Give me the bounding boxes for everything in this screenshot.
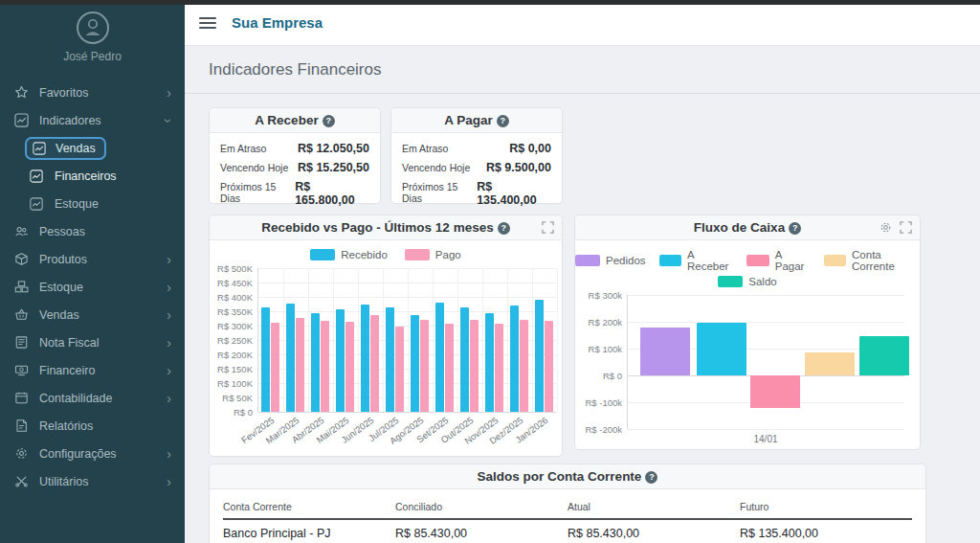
gridline — [433, 268, 434, 412]
sidebar-subitem-vendas[interactable]: Vendas — [0, 134, 185, 162]
legend-swatch — [310, 249, 335, 260]
gridline — [358, 268, 359, 412]
sidebar-item-contabilidade[interactable]: Contabilidade › — [0, 384, 185, 412]
money-icon — [13, 363, 29, 378]
gridline — [333, 268, 334, 412]
kv-value: R$ 15.250,50 — [298, 161, 369, 174]
bar-a-receber — [697, 323, 746, 375]
table-wrapper: Conta CorrenteConciliadoAtualFuturo Banc… — [210, 493, 925, 543]
sidebar-item-financeiro[interactable]: Financeiro › — [0, 356, 185, 384]
saldos-table: Conta CorrenteConciliadoAtualFuturo Banc… — [223, 493, 912, 543]
sidebar-item-pessoas[interactable]: Pessoas — [0, 217, 185, 245]
y-tick-label: R$ 350K — [217, 306, 253, 317]
sidebar-item-configuracoes[interactable]: Configurações › — [0, 440, 185, 467]
gridline — [507, 268, 508, 412]
bar-pago — [420, 320, 429, 412]
legend-label: Pedidos — [606, 255, 646, 266]
y-tick-label: R$ 100K — [217, 378, 253, 389]
sidebar-item-label: Pessoas — [39, 225, 85, 238]
kv-label: Em Atraso — [402, 143, 448, 154]
bar-pago — [470, 320, 479, 412]
y-tick-label: R$ 400K — [217, 292, 253, 303]
sidebar-item-label: Nota Fiscal — [39, 336, 100, 350]
y-tick-label: R$ 50K — [222, 393, 253, 403]
avatar[interactable] — [77, 11, 109, 44]
legend-label: A Pagar — [775, 249, 811, 272]
expand-icon[interactable] — [542, 221, 554, 234]
bar-pago — [345, 322, 354, 412]
card-header: Fluxo de Caixa? — [575, 215, 920, 240]
bar-recebido — [361, 305, 369, 412]
bar-recebido — [485, 313, 494, 412]
sidebar-item-vendas[interactable]: Vendas › — [0, 301, 185, 328]
gear-icon — [13, 446, 29, 462]
sidebar-item-label: Relatórios — [39, 419, 93, 433]
chevron-right-icon: › — [167, 253, 171, 266]
gridline — [482, 268, 483, 412]
sidebar-item-favoritos[interactable]: Favoritos › — [0, 79, 185, 106]
boxes-icon — [13, 280, 29, 295]
card-header: A Receber? — [210, 108, 380, 133]
card-recebido-vs-pago: Recebido vs Pago - Últimos 12 meses? Rec… — [209, 215, 563, 457]
sidebar-item-utilitarios[interactable]: Utilitários › — [0, 467, 185, 495]
sidebar-item-relatorios[interactable]: Relatórios — [0, 412, 185, 440]
help-icon[interactable]: ? — [789, 222, 801, 235]
kv-row: Vencendo HojeR$ 9.500,00 — [402, 161, 551, 174]
tools-icon — [13, 474, 29, 489]
card-title: Saldos por Conta Corrente — [478, 469, 642, 484]
expand-icon[interactable] — [900, 221, 912, 234]
card-title: Recebido vs Pago - Últimos 12 meses — [261, 220, 493, 235]
sidebar-subitem-estoque[interactable]: Estoque — [0, 190, 185, 217]
chevron-right-icon: › — [167, 364, 171, 377]
bar-recebido — [435, 303, 444, 412]
sidebar-item-indicadores[interactable]: Indicadores › — [0, 106, 185, 134]
bar-pago — [271, 323, 279, 412]
legend-item: Recebido — [310, 249, 388, 260]
table-cell: Banco Principal - PJ — [223, 519, 395, 543]
gridline — [457, 268, 458, 412]
gridline — [308, 268, 309, 412]
user-icon — [78, 13, 107, 42]
user-block[interactable]: José Pedro — [0, 0, 185, 69]
kv-row: Próximos 15 DiasR$ 135.400,00 — [402, 180, 551, 207]
sidebar-item-produtos[interactable]: Produtos › — [0, 245, 185, 273]
page-header: Indicadores Financeiros — [185, 46, 980, 94]
topbar: Sua Empresa — [185, 0, 980, 46]
y-tick-label: R$ 450K — [217, 278, 253, 288]
user-name: José Pedro — [0, 50, 185, 63]
company-name[interactable]: Sua Empresa — [232, 14, 323, 31]
sidebar-item-label: Indicadores — [39, 114, 101, 127]
y-axis: R$ 300kR$ 200kR$ 100kR$ 0R$ -100kR$ -200… — [577, 295, 627, 429]
help-icon[interactable]: ? — [323, 115, 335, 127]
y-tick-label: R$ 150K — [217, 364, 253, 374]
menu-icon[interactable] — [199, 17, 216, 29]
kv-value: R$ 135.400,00 — [477, 180, 551, 207]
bar-pago — [395, 327, 404, 412]
sidebar-subitem-financeiros[interactable]: Financeiros — [0, 162, 185, 190]
bar-pago — [520, 320, 528, 412]
sidebar-item-nota-fiscal[interactable]: Nota Fiscal › — [0, 328, 185, 356]
legend-item: Conta Corrente — [824, 249, 920, 272]
card-header: A Pagar? — [391, 108, 562, 133]
chevron-right-icon: › — [167, 475, 171, 488]
sidebar-item-estoque[interactable]: Estoque › — [0, 273, 185, 301]
selected-item-outline: Vendas — [25, 137, 106, 160]
legend-swatch — [718, 276, 743, 287]
help-icon[interactable]: ? — [498, 222, 510, 235]
invoice-icon — [13, 335, 29, 351]
y-tick-label: R$ 200k — [589, 317, 622, 328]
kv-row: Vencendo HojeR$ 15.250,50 — [220, 161, 369, 174]
gridline — [628, 295, 904, 296]
y-tick-label: R$ 0 — [603, 371, 622, 381]
bar-conta-corrente — [805, 352, 855, 375]
chevron-down-icon: › — [163, 118, 176, 123]
chart-body: R$ 500KR$ 450KR$ 400KR$ 350KR$ 300KR$ 25… — [210, 268, 562, 412]
table-row[interactable]: Banco Principal - PJR$ 85.430,00R$ 85.43… — [223, 519, 912, 543]
help-icon[interactable]: ? — [645, 471, 657, 484]
help-icon[interactable]: ? — [497, 115, 509, 127]
bar-recebido — [286, 304, 295, 412]
legend-swatch — [659, 255, 681, 266]
kv-row: Próximos 15 DiasR$ 165.800,00 — [220, 180, 369, 207]
gear-icon[interactable] — [880, 221, 892, 234]
y-tick-label: R$ 500K — [217, 263, 253, 274]
